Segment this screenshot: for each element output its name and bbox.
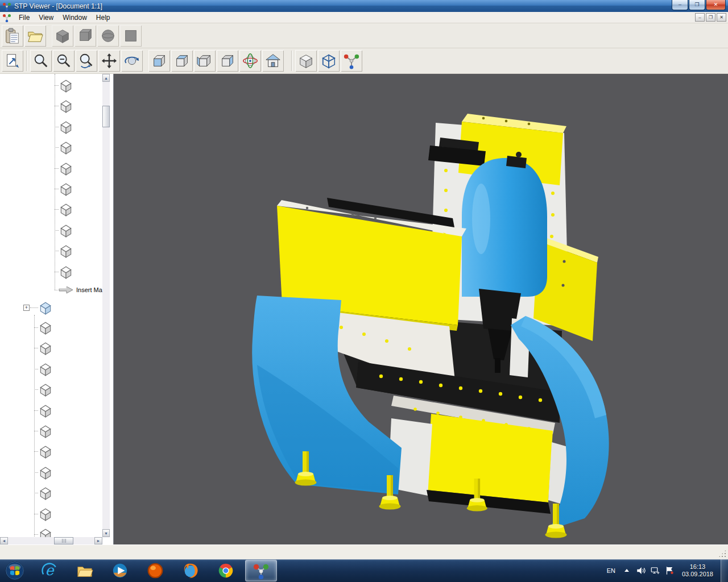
mdi-restore-button[interactable]: ❐ [706, 13, 715, 22]
show-desktop-button[interactable] [721, 559, 728, 582]
tree-item-part[interactable] [0, 421, 101, 441]
pan-button[interactable] [98, 50, 120, 72]
menu-window[interactable]: Window [58, 13, 92, 23]
scroll-up-arrow[interactable]: ▲ [102, 74, 110, 82]
view-right-button[interactable] [217, 50, 238, 72]
tree-item-part[interactable] [0, 462, 101, 483]
tree-item-part[interactable] [0, 117, 101, 137]
menu-help[interactable]: Help [92, 13, 115, 23]
tree-item-insert[interactable]: Insert Ma [0, 283, 101, 297]
view-home-button[interactable] [262, 50, 284, 72]
tree-connector [55, 230, 59, 231]
tree-connector [55, 85, 59, 86]
part-cube-icon [59, 140, 73, 155]
scroll-down-arrow[interactable]: ▼ [102, 529, 110, 537]
scroll-right-arrow[interactable]: ► [94, 537, 102, 544]
magnifier-icon [32, 52, 49, 69]
home-icon [264, 52, 282, 69]
tree-item-part[interactable] [0, 359, 101, 379]
menu-view[interactable]: View [34, 13, 58, 23]
paste-button[interactable] [2, 25, 23, 47]
resize-grip[interactable] [718, 550, 726, 558]
toolbar-separator [291, 51, 292, 71]
taskbar-browser-orange[interactable] [139, 560, 171, 581]
document-system-icon[interactable] [2, 13, 11, 22]
taskbar-internet-explorer[interactable]: e [34, 560, 65, 581]
tree-item-part[interactable] [0, 261, 101, 282]
tree-item-part[interactable] [0, 504, 101, 524]
maximize-button[interactable]: ❐ [689, 0, 705, 10]
ie-icon: e [41, 562, 58, 579]
solid-square-button [120, 25, 142, 47]
view-front-button[interactable] [148, 50, 170, 72]
taskbar-firefox[interactable] [175, 560, 206, 581]
rotate-button[interactable] [121, 50, 143, 72]
menu-bar: File View Window Help – ❐ ✕ [0, 12, 728, 23]
part-cube-icon [38, 341, 53, 356]
tree-item-part[interactable] [0, 75, 101, 95]
display-shaded-button[interactable] [295, 50, 317, 72]
part-cube-icon [59, 161, 73, 176]
open-button[interactable] [24, 25, 46, 47]
volume-button[interactable] [636, 564, 646, 577]
tree-item-part[interactable] [0, 199, 101, 219]
zoom-dynamic-button[interactable] [76, 50, 97, 72]
display-wireframe-button[interactable] [318, 50, 340, 72]
tree-root-node[interactable]: + [0, 300, 101, 316]
taskbar-chrome[interactable] [210, 560, 242, 581]
model-viewport[interactable] [114, 74, 728, 544]
mdi-close-button[interactable]: ✕ [717, 13, 726, 22]
menu-file[interactable]: File [14, 13, 34, 23]
stp-viewer-icon [253, 562, 270, 579]
tree-item-part[interactable] [0, 379, 101, 400]
part-cube-icon [38, 465, 53, 480]
speaker-icon [636, 566, 646, 576]
clock[interactable]: 16:13 03.09.2018 [682, 563, 713, 578]
zoom-window-button[interactable] [53, 50, 75, 72]
fit-to-window-button[interactable] [2, 50, 23, 72]
tree-item-part[interactable] [0, 240, 101, 261]
tree-group-1 [0, 75, 101, 282]
tree-item-part[interactable] [0, 220, 101, 240]
start-button[interactable] [0, 559, 30, 582]
view-left-button[interactable] [194, 50, 216, 72]
taskbar-stp-viewer[interactable] [245, 560, 277, 581]
display-axes-button[interactable] [341, 50, 362, 72]
scroll-thumb[interactable] [54, 537, 73, 544]
window-title: STP Viewer - [Document 1:1] [14, 2, 102, 10]
zoom-button[interactable] [30, 50, 52, 72]
language-indicator[interactable]: EN [605, 566, 618, 575]
solid-sphere-button [97, 25, 119, 47]
tree-horizontal-scrollbar[interactable]: ◄ ► [0, 537, 102, 544]
tree-group-2 [0, 317, 101, 544]
part-cube-icon [38, 362, 53, 377]
close-button[interactable]: ✕ [706, 0, 726, 10]
tree-item-part[interactable] [0, 178, 101, 199]
tree-item-part[interactable] [0, 483, 101, 503]
show-hidden-icons-button[interactable] [622, 564, 632, 577]
tree-item-part[interactable] [0, 137, 101, 157]
scroll-thumb[interactable] [102, 106, 110, 127]
toolbar-separator [26, 51, 27, 71]
tree-item-part[interactable] [0, 158, 101, 178]
taskbar-media-player[interactable] [104, 560, 136, 581]
solid-square-icon [122, 27, 139, 44]
scroll-left-arrow[interactable]: ◄ [0, 537, 8, 544]
view-back-button[interactable] [171, 50, 193, 72]
solid-box-button [52, 25, 73, 47]
minimize-button[interactable]: – [672, 0, 688, 10]
tree-item-part[interactable] [0, 95, 101, 116]
mdi-minimize-button[interactable]: – [695, 13, 705, 22]
part-cube-icon [38, 444, 53, 459]
view-perspective-button[interactable] [239, 50, 261, 72]
taskbar-windows-explorer[interactable] [69, 560, 101, 581]
action-center-button[interactable] [664, 564, 675, 577]
tree-item-part[interactable] [0, 441, 101, 462]
expand-plus-icon[interactable]: + [23, 305, 30, 311]
tree-item-part[interactable] [0, 400, 101, 421]
tree-item-part[interactable] [0, 317, 101, 338]
tree-vertical-scrollbar[interactable]: ▲ ▼ [102, 74, 110, 537]
tree-item-part[interactable] [0, 338, 101, 358]
view-right-icon [219, 52, 236, 69]
network-button[interactable] [650, 564, 660, 577]
